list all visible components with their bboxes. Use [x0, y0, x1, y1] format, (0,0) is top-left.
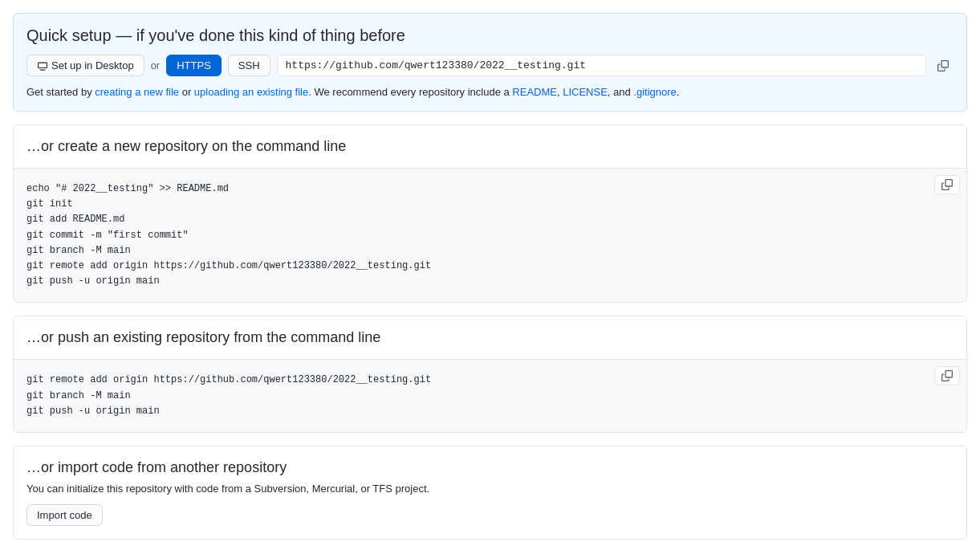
new-repo-code: echo "# 2022__testing" >> README.md git …: [26, 181, 928, 289]
copy-push-existing-code-button[interactable]: [934, 366, 960, 385]
https-button[interactable]: HTTPS: [166, 55, 222, 76]
copy-url-button[interactable]: [933, 57, 954, 75]
hint-prefix: Get started by: [26, 86, 95, 98]
push-existing-code-block-container: git remote add origin https://github.com…: [14, 359, 966, 432]
import-title: …or import code from another repository: [26, 459, 954, 476]
import-description: You can initialize this repository with …: [26, 483, 954, 495]
setup-desktop-button[interactable]: Set up in Desktop: [26, 55, 144, 76]
license-link[interactable]: LICENSE: [563, 86, 608, 98]
page-container: Quick setup — if you've done this kind o…: [0, 13, 980, 546]
quick-setup-title: Quick setup — if you've done this kind o…: [26, 26, 954, 45]
push-existing-title: …or push an existing repository from the…: [26, 329, 954, 346]
new-repo-code-block-container: echo "# 2022__testing" >> README.md git …: [14, 168, 966, 302]
new-repo-title: …or create a new repository on the comma…: [26, 138, 954, 155]
copy-new-repo-code-button[interactable]: [934, 175, 960, 194]
import-code-button[interactable]: Import code: [26, 504, 103, 526]
gitignore-link[interactable]: .gitignore: [633, 86, 676, 98]
ssh-button[interactable]: SSH: [228, 55, 270, 76]
hint-and: , and: [608, 86, 634, 98]
hint-end: .: [677, 86, 680, 98]
copy-icon: [937, 60, 949, 71]
setup-desktop-label: Set up in Desktop: [51, 59, 134, 71]
hint-suffix: . We recommend every repository include …: [308, 86, 512, 98]
push-existing-header: …or push an existing repository from the…: [14, 316, 966, 359]
copy-icon-new-repo: [941, 179, 953, 190]
desktop-icon: [37, 61, 48, 71]
url-input-container: https://github.com/qwert123380/2022__tes…: [277, 55, 926, 76]
readme-link[interactable]: README: [512, 86, 557, 98]
push-existing-code: git remote add origin https://github.com…: [26, 373, 928, 419]
copy-icon-push-existing: [941, 370, 953, 381]
push-existing-section: …or push an existing repository from the…: [13, 316, 967, 433]
hint-text: Get started by creating a new file or up…: [26, 86, 954, 98]
hint-middle: or: [179, 86, 194, 98]
repo-url: https://github.com/qwert123380/2022__tes…: [286, 59, 917, 71]
import-section: …or import code from another repository …: [13, 446, 967, 540]
create-new-file-link[interactable]: creating a new file: [95, 86, 179, 98]
new-repo-header: …or create a new repository on the comma…: [14, 125, 966, 168]
new-repo-section: …or create a new repository on the comma…: [13, 124, 967, 303]
upload-file-link[interactable]: uploading an existing file: [194, 86, 308, 98]
url-row: Set up in Desktop or HTTPS SSH https://g…: [26, 55, 954, 76]
or-label: or: [151, 59, 161, 71]
quick-setup-section: Quick setup — if you've done this kind o…: [13, 13, 967, 112]
